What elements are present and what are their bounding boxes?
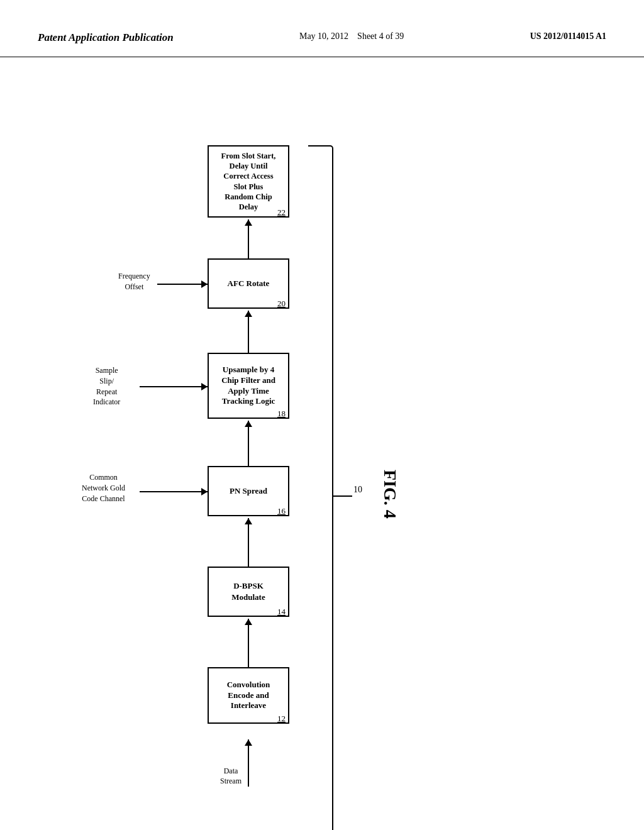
publication-title: Patent Application Publication bbox=[38, 31, 174, 44]
header-center: May 10, 2012 Sheet 4 of 39 bbox=[299, 31, 404, 42]
arrow-datastream-to-12 bbox=[248, 739, 249, 774]
arrow-18-to-20 bbox=[248, 311, 249, 353]
sample-slip-label: SampleSlip/RepeatIndicator bbox=[93, 365, 120, 407]
block-afc-rotate: AFC Rotate 20 bbox=[208, 258, 289, 309]
data-stream-label: DataStream bbox=[220, 766, 242, 786]
block-convolution: ConvolutionEncode andInterleave 12 bbox=[208, 667, 289, 724]
page-header: Patent Application Publication May 10, 2… bbox=[0, 0, 644, 57]
arrow-sample-h bbox=[140, 386, 208, 387]
date-sheet: May 10, 2012 Sheet 4 of 39 bbox=[299, 31, 404, 41]
block-14-number: 14 bbox=[277, 607, 286, 617]
frequency-offset-label: FrequencyOffset bbox=[118, 271, 150, 292]
block-22-number: 22 bbox=[277, 208, 286, 218]
block-22-label: From Slot Start,Delay UntilCorrect Acces… bbox=[221, 151, 276, 213]
figure-label: FIG. 4 bbox=[380, 470, 400, 519]
patent-number: US 2012/0114015 A1 bbox=[530, 31, 606, 42]
arrow-20-to-22 bbox=[248, 219, 249, 258]
block-12-number: 12 bbox=[277, 714, 286, 724]
block-18-label: Upsample by 4Chip Filter andApply TimeTr… bbox=[221, 365, 275, 407]
system-10-label: 10 bbox=[353, 485, 362, 495]
block-20-label: AFC Rotate bbox=[228, 278, 270, 289]
arrow-16-to-18 bbox=[248, 421, 249, 466]
block-12-label: ConvolutionEncode andInterleave bbox=[227, 680, 270, 712]
arrow-common-h bbox=[140, 491, 208, 492]
block-slot-start: From Slot Start,Delay UntilCorrect Acces… bbox=[208, 145, 289, 218]
block-14-label: D-BPSKModulate bbox=[231, 580, 265, 603]
block-16-label: PN Spread bbox=[230, 485, 267, 497]
block-upsample: Upsample by 4Chip Filter andApply TimeTr… bbox=[208, 353, 289, 419]
bracket-mid-line bbox=[333, 495, 352, 497]
arrow-datastreamline bbox=[248, 773, 249, 787]
block-dbpsk: D-BPSKModulate 14 bbox=[208, 567, 289, 617]
diagram-area: ConvolutionEncode andInterleave 12 D-BPS… bbox=[0, 57, 644, 812]
arrow-12-to-14 bbox=[248, 619, 249, 667]
block-18-number: 18 bbox=[277, 409, 286, 419]
block-pn-spread: PN Spread 16 bbox=[208, 466, 289, 516]
arrow-14-to-16 bbox=[248, 518, 249, 567]
system-bracket bbox=[308, 145, 333, 830]
arrow-freq-h bbox=[157, 284, 208, 285]
block-16-number: 16 bbox=[277, 506, 286, 516]
block-20-number: 20 bbox=[277, 299, 286, 309]
common-network-label: CommonNetwork GoldCode Channel bbox=[82, 472, 125, 504]
